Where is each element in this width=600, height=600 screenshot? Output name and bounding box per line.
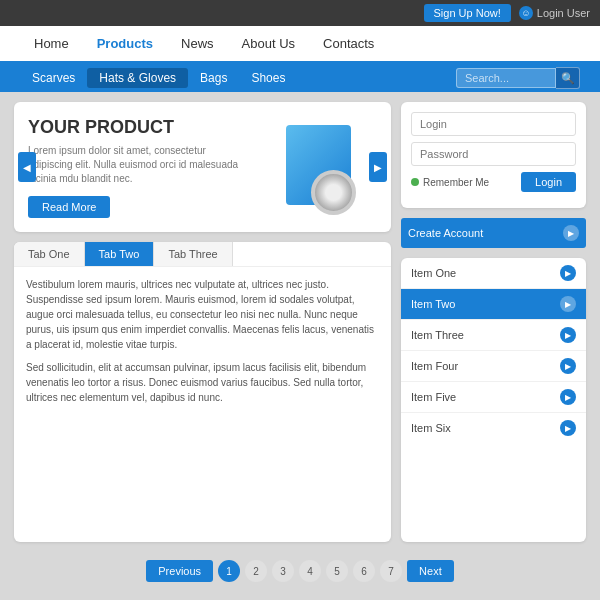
create-account-play-icon: ▶ xyxy=(563,225,579,241)
login-button[interactable]: Login xyxy=(521,172,576,192)
login-box: Remember Me Login xyxy=(401,102,586,208)
create-account-button[interactable]: Create Account ▶ xyxy=(401,218,586,248)
list-play-icon-6: ▶ xyxy=(560,420,576,436)
user-icon: ☺ xyxy=(519,6,533,20)
subnav-shoes[interactable]: Shoes xyxy=(239,71,297,85)
main-content: ◀ YOUR PRODUCT Lorem ipsum dolor sit ame… xyxy=(0,92,600,552)
nav-news[interactable]: News xyxy=(167,25,228,63)
slider-title: YOUR PRODUCT xyxy=(28,117,241,138)
list-play-icon-4: ▶ xyxy=(560,358,576,374)
slider-image xyxy=(251,120,361,215)
tabs-content: Vestibulum lorem mauris, ultrices nec vu… xyxy=(14,267,391,442)
list-play-icon-3: ▶ xyxy=(560,327,576,343)
slider-prev-arrow[interactable]: ◀ xyxy=(18,152,36,182)
password-input[interactable] xyxy=(411,142,576,166)
list-item-4[interactable]: Item Four ▶ xyxy=(401,351,586,382)
page-7[interactable]: 7 xyxy=(380,560,402,582)
nav-products[interactable]: Products xyxy=(83,25,167,63)
list-item-5[interactable]: Item Five ▶ xyxy=(401,382,586,413)
sub-nav: Scarves Hats & Gloves Bags Shoes 🔍 xyxy=(0,64,600,92)
nav-bar: Home Products News About Us Contacts xyxy=(0,26,600,64)
list-play-icon-5: ▶ xyxy=(560,389,576,405)
page-2[interactable]: 2 xyxy=(245,560,267,582)
tabs-header: Tab One Tab Two Tab Three xyxy=(14,242,391,267)
tab-one[interactable]: Tab One xyxy=(14,242,85,266)
list-box: Item One ▶ Item Two ▶ Item Three ▶ Item … xyxy=(401,258,586,542)
list-item-6[interactable]: Item Six ▶ xyxy=(401,413,586,443)
login-user-label[interactable]: ☺ Login User xyxy=(519,6,590,20)
tab-two[interactable]: Tab Two xyxy=(85,242,155,266)
page-5[interactable]: 5 xyxy=(326,560,348,582)
next-button[interactable]: Next xyxy=(407,560,454,582)
page-6[interactable]: 6 xyxy=(353,560,375,582)
nav-contacts[interactable]: Contacts xyxy=(309,25,388,63)
page-4[interactable]: 4 xyxy=(299,560,321,582)
tabs-paragraph-2: Sed sollicitudin, elit at accumsan pulvi… xyxy=(26,360,379,405)
search-button[interactable]: 🔍 xyxy=(556,67,580,89)
top-bar: Sign Up Now! ☺ Login User xyxy=(0,0,600,26)
tabs-panel: Tab One Tab Two Tab Three Vestibulum lor… xyxy=(14,242,391,542)
product-disc-shape xyxy=(311,170,356,215)
left-panel: ◀ YOUR PRODUCT Lorem ipsum dolor sit ame… xyxy=(14,102,391,542)
read-more-button[interactable]: Read More xyxy=(28,196,110,218)
subnav-scarves[interactable]: Scarves xyxy=(20,71,87,85)
subnav-bags[interactable]: Bags xyxy=(188,71,239,85)
slider-next-arrow[interactable]: ▶ xyxy=(369,152,387,182)
tab-three[interactable]: Tab Three xyxy=(154,242,232,266)
search-input[interactable] xyxy=(456,68,556,88)
list-item-1[interactable]: Item One ▶ xyxy=(401,258,586,289)
list-item-3[interactable]: Item Three ▶ xyxy=(401,320,586,351)
subnav-hats-gloves[interactable]: Hats & Gloves xyxy=(87,68,188,88)
tabs-paragraph-1: Vestibulum lorem mauris, ultrices nec vu… xyxy=(26,277,379,352)
search-container: 🔍 xyxy=(456,67,580,89)
login-input[interactable] xyxy=(411,112,576,136)
page-3[interactable]: 3 xyxy=(272,560,294,582)
nav-home[interactable]: Home xyxy=(20,25,83,63)
list-play-icon-1: ▶ xyxy=(560,265,576,281)
pagination: Previous 1 2 3 4 5 6 7 Next xyxy=(0,552,600,586)
remember-me-label[interactable]: Remember Me xyxy=(411,177,489,188)
slider-text: YOUR PRODUCT Lorem ipsum dolor sit amet,… xyxy=(28,117,251,218)
right-panel: Remember Me Login Create Account ▶ Item … xyxy=(401,102,586,542)
list-item-2[interactable]: Item Two ▶ xyxy=(401,289,586,320)
signup-button[interactable]: Sign Up Now! xyxy=(424,4,511,22)
product-slider: ◀ YOUR PRODUCT Lorem ipsum dolor sit ame… xyxy=(14,102,391,232)
nav-about[interactable]: About Us xyxy=(228,25,309,63)
list-play-icon-2: ▶ xyxy=(560,296,576,312)
remember-dot-icon xyxy=(411,178,419,186)
login-row: Remember Me Login xyxy=(411,172,576,192)
slider-description: Lorem ipsum dolor sit amet, consectetur … xyxy=(28,144,241,186)
prev-button[interactable]: Previous xyxy=(146,560,213,582)
page-1[interactable]: 1 xyxy=(218,560,240,582)
